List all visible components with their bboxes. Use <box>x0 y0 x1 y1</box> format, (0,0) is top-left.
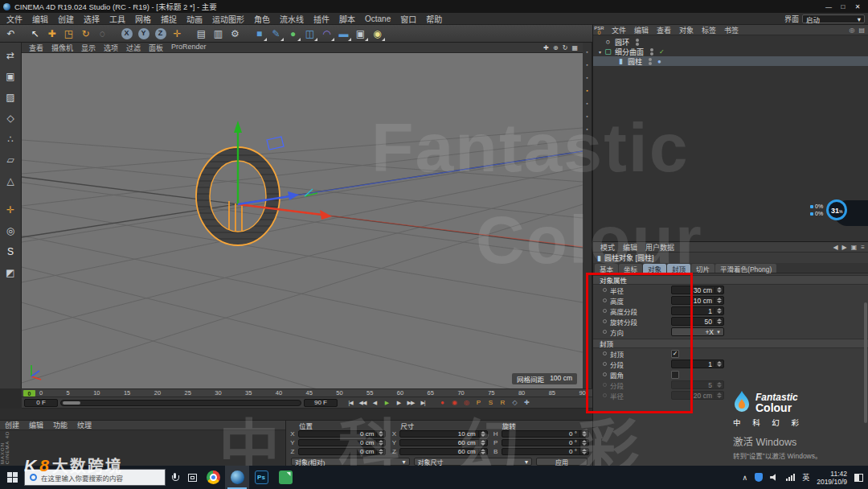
spinner[interactable] <box>478 440 487 446</box>
frame-range-slider[interactable] <box>60 400 301 406</box>
om-search-icon[interactable]: ◎ <box>849 27 854 34</box>
task-view-button[interactable] <box>183 466 201 489</box>
input-language-indicator[interactable]: 英 <box>802 472 809 483</box>
keyframe-dot[interactable] <box>603 372 607 376</box>
attribute-menu-item[interactable]: 模式 <box>596 242 619 253</box>
menu-item[interactable]: 创建 <box>53 13 79 25</box>
viewport-canvas[interactable]: 网格间距100 cm <box>22 53 583 388</box>
green-app-icon[interactable] <box>273 466 297 489</box>
cinema4d-icon[interactable] <box>225 466 249 489</box>
viewport-menu-item[interactable]: 过滤 <box>122 43 145 53</box>
attribute-tab[interactable]: 基本 <box>595 264 618 273</box>
primitive-cube-icon[interactable]: ■ <box>251 25 268 42</box>
search-input[interactable]: 在这里输入你要搜索的内容 <box>24 469 166 486</box>
palette-icon[interactable]: ▪ <box>586 62 588 68</box>
autokey-button[interactable]: ◉ <box>449 398 460 407</box>
value-field[interactable]: 20 cm <box>671 391 724 400</box>
history-forward-icon[interactable]: ▶ <box>842 244 847 251</box>
polygons-mode-icon[interactable]: △ <box>3 173 18 188</box>
object-manager-menu-item[interactable]: 书签 <box>720 25 743 35</box>
keyframe-dot[interactable] <box>603 288 607 292</box>
visibility-dots[interactable] <box>649 58 652 65</box>
object-row[interactable]: ▮ 圆柱 ● <box>593 56 868 66</box>
keyframe-dot[interactable] <box>603 319 607 323</box>
keyframe-dot[interactable] <box>603 393 607 397</box>
menu-item[interactable]: 网格 <box>130 13 156 25</box>
maximize-button[interactable]: □ <box>836 3 850 10</box>
rotate-tool-icon[interactable]: ↻ <box>77 25 94 42</box>
spinner[interactable] <box>478 449 487 454</box>
caps-header[interactable]: 封顶 <box>593 339 868 348</box>
x-axis-lock-icon[interactable]: X <box>118 25 135 42</box>
minimize-button[interactable]: — <box>821 3 836 10</box>
apply-button[interactable]: 应用 <box>536 458 588 466</box>
spinner[interactable] <box>714 318 723 324</box>
coordinate-field[interactable]: 0 cm <box>298 439 386 446</box>
spline-pen-icon[interactable]: ✎ <box>268 25 285 42</box>
viewport-menu-item[interactable]: 显示 <box>77 43 100 53</box>
workplane-mode-icon[interactable]: ◇ <box>3 110 18 125</box>
workplane-lock-icon[interactable]: ◩ <box>3 265 18 280</box>
dropdown-arrow[interactable]: ▼ <box>716 330 723 335</box>
spinner[interactable] <box>714 298 723 303</box>
mic-button[interactable] <box>166 466 183 489</box>
menu-item[interactable]: 角色 <box>249 13 275 25</box>
undo-icon[interactable]: ↶ <box>2 25 19 42</box>
viewport-menu-item[interactable]: 选项 <box>100 43 122 53</box>
coordinate-mode-select[interactable]: 对象(相对)▾ <box>291 458 410 466</box>
object-row[interactable]: ▾ ▢ 细分曲面 ✓ <box>593 47 868 56</box>
viewport-menu-item[interactable]: 查看 <box>25 43 47 53</box>
palette-icon[interactable]: ▪ <box>586 101 588 106</box>
prev-frame-button[interactable]: ◀ <box>369 398 380 407</box>
menu-item[interactable]: 帮助 <box>421 13 447 25</box>
palette-icon[interactable]: ▪ <box>586 88 588 93</box>
value-field[interactable]: 5 <box>671 380 724 389</box>
defender-shield-icon[interactable] <box>755 473 763 482</box>
attribute-menu-item[interactable]: 编辑 <box>619 242 641 253</box>
spinner[interactable] <box>579 449 588 454</box>
keyframe-dot[interactable] <box>603 330 607 334</box>
value-field[interactable]: +X ▼ <box>671 327 724 336</box>
palette-icon[interactable]: ▪ <box>586 113 588 119</box>
render-settings-icon[interactable]: ⚙ <box>227 25 244 42</box>
menu-item[interactable]: 插件 <box>309 13 334 25</box>
start-button[interactable] <box>0 466 24 489</box>
checkbox[interactable]: ✓ <box>671 371 679 379</box>
object-properties-header[interactable]: 对象属性 <box>593 275 868 285</box>
live-selection-icon[interactable]: ↖ <box>27 25 43 42</box>
record-keyframe-button[interactable]: ● <box>437 398 448 407</box>
volume-icon[interactable] <box>770 474 779 482</box>
goto-start-button[interactable]: |◀ <box>345 398 356 407</box>
enable-axis-icon[interactable]: ✛ <box>3 202 18 217</box>
spinner[interactable] <box>714 392 723 398</box>
last-tool-icon[interactable]: ◌ <box>94 25 111 42</box>
menu-item[interactable]: 文件 <box>2 13 27 25</box>
keyframe-selection-button[interactable]: ◎ <box>461 398 472 407</box>
keyframe-dot[interactable] <box>603 383 607 387</box>
spinner[interactable] <box>376 431 385 437</box>
attribute-tab[interactable]: 封顶 <box>667 264 690 273</box>
record-scale-toggle[interactable]: S <box>485 398 496 407</box>
object-manager-menu-item[interactable]: 文件 <box>608 25 630 35</box>
spinner[interactable] <box>714 308 723 314</box>
panel-menu-icon[interactable]: ≡ <box>861 244 865 251</box>
edges-mode-icon[interactable]: ▱ <box>3 152 18 167</box>
z-axis-lock-icon[interactable]: Z <box>152 25 169 42</box>
attribute-tab[interactable]: 坐标 <box>619 264 642 273</box>
object-manager-menu-item[interactable]: 查看 <box>653 25 675 35</box>
texture-mode-icon[interactable]: ▨ <box>3 89 18 105</box>
value-field[interactable]: 1 <box>671 306 724 315</box>
goto-end-button[interactable]: ▶| <box>417 398 428 407</box>
subdivision-surface-icon[interactable]: ● <box>285 25 301 42</box>
object-manager-menu-item[interactable]: 编辑 <box>630 25 653 35</box>
move-tool-icon[interactable]: ✚ <box>43 25 60 42</box>
spinner[interactable] <box>714 361 723 367</box>
attribute-tab[interactable]: 平滑着色(Phong) <box>715 264 776 273</box>
palette-icon[interactable]: ▪ <box>586 126 588 132</box>
current-frame-field[interactable]: 0 F <box>24 399 58 407</box>
visibility-dots[interactable] <box>650 48 653 55</box>
keyframe-dot[interactable] <box>603 362 607 366</box>
object-tag[interactable]: ✓ <box>659 48 665 55</box>
points-mode-icon[interactable]: ∴ <box>3 131 18 146</box>
keyframe-dot[interactable] <box>603 351 607 355</box>
